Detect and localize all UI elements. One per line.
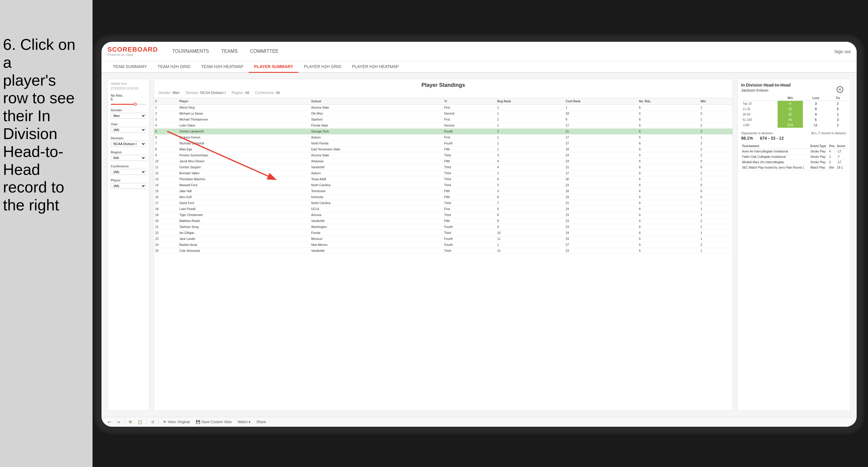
- tournament-row: SEC Match Play hosted by Jerry Pate Roun…: [741, 165, 847, 170]
- table-row[interactable]: 24 Bastien Amat New Mexico Fourth 1 27 6…: [154, 242, 733, 248]
- cell-rds: 6: [638, 164, 700, 170]
- cell-player: Gordon Sargent: [178, 164, 310, 170]
- region-select[interactable]: N/A: [111, 155, 146, 161]
- filter-update-time: Update time: 27/03/2024 16:56:26: [111, 82, 146, 90]
- table-row[interactable]: 7 Nicholas Gabrelcik North Florida Fourt…: [154, 141, 733, 147]
- cell-player: Wenyi Ding: [178, 105, 310, 111]
- share-button[interactable]: Share: [255, 419, 268, 425]
- view-button[interactable]: 👁 View: Original: [161, 419, 192, 425]
- cell-player: Mats Ege: [178, 147, 310, 153]
- cell-rds: 6: [638, 111, 700, 117]
- no-rds-slider[interactable]: [111, 104, 146, 105]
- nav-tournaments[interactable]: TOURNAMENTS: [167, 46, 214, 56]
- tab-team-summary[interactable]: TEAM SUMMARY: [107, 61, 152, 73]
- cell-conf-rank: 27: [564, 141, 638, 147]
- refresh-button[interactable]: ↺: [149, 419, 156, 425]
- table-row[interactable]: 8 Mats Ege East Tennessee State Fifth 1 …: [154, 147, 733, 153]
- table-row[interactable]: 18 Luke Powell UCLA First 6 24 6 1: [154, 206, 733, 212]
- cell-yr: Second: [443, 123, 496, 129]
- cell-rank: 9: [154, 153, 178, 158]
- cell-rds: 6: [638, 158, 700, 164]
- table-row[interactable]: 16 Alex Goff Kentucky Fifth 8 19 6 0: [154, 194, 733, 200]
- tourn-pos: 4: [828, 149, 836, 154]
- nav-committee[interactable]: COMMITTEE: [244, 46, 284, 56]
- h2h-header: In Division Head-to-Head Jackson Koivun …: [741, 83, 847, 93]
- redo-button[interactable]: ↪: [115, 419, 122, 425]
- table-row[interactable]: 3 Michael Thorbjornsen Stanford First 2 …: [154, 117, 733, 123]
- h2h-close-button[interactable]: ✕: [837, 86, 843, 93]
- cell-conf-rank: 17: [564, 123, 638, 129]
- player-select[interactable]: (All): [111, 183, 146, 189]
- table-row[interactable]: 22 Ian Gilligan Florida Third 10 24 6 1: [154, 230, 733, 236]
- table-row[interactable]: 1 Wenyi Ding Arizona State First 1 1 6 1: [154, 105, 733, 111]
- table-row[interactable]: 13 Phichaksn Maichon Texas A&M Third 6 3…: [154, 176, 733, 182]
- cell-player: Tiger Christensen: [178, 212, 310, 218]
- col-rank: #: [154, 98, 178, 105]
- cell-school: New Mexico: [310, 242, 443, 248]
- tab-player-h2h-grid[interactable]: PLAYER H2H GRID: [299, 61, 346, 73]
- cell-conf-rank: 18: [564, 188, 638, 194]
- cell-rds: 6: [638, 123, 700, 129]
- table-scroll-area[interactable]: # Player School Yr Reg Rank Conf Rank No…: [154, 98, 733, 411]
- table-row[interactable]: 20 Matthew Riedel Vanderbilt Fifth 8 23 …: [154, 218, 733, 224]
- cell-win: 0: [700, 182, 733, 188]
- update-time-label: Update time:: [111, 82, 146, 85]
- tab-team-h2h-heatmap[interactable]: TEAM H2H HEATMAP: [196, 61, 249, 73]
- gender-select[interactable]: Men: [111, 113, 146, 119]
- filter-division: Division NCAA Division I: [111, 136, 146, 147]
- view-label: View: Original: [168, 420, 190, 424]
- h2h-row: 51-100 46 6 3: [741, 117, 847, 122]
- table-row[interactable]: 14 Maxwell Ford North Carolina Third 5 2…: [154, 182, 733, 188]
- table-row[interactable]: 5 Christo Lamprecht Georgia Tech Fourth …: [154, 129, 733, 134]
- division-select[interactable]: NCAA Division I: [111, 141, 146, 147]
- cell-school: North Florida: [310, 141, 443, 147]
- col-win: Win: [700, 98, 733, 105]
- table-header: Player Standings Gender: Men Division: N…: [154, 79, 733, 98]
- year-select[interactable]: (All): [111, 127, 146, 133]
- tab-player-h2h-heatmap[interactable]: PLAYER H2H HEATMAP: [346, 61, 404, 73]
- cell-conf-rank: 23: [564, 212, 638, 218]
- nav-teams[interactable]: TEAMS: [216, 46, 243, 56]
- cell-school: Vanderbilt: [310, 218, 443, 224]
- table-row[interactable]: 23 Jack Lundin Missouri Fourth 11 24 6 1: [154, 236, 733, 242]
- table-row[interactable]: 11 Gordon Sargent Vanderbilt Third 4 21 …: [154, 164, 733, 170]
- tourn-pos: 2: [828, 154, 836, 160]
- cell-reg-rank: 4: [496, 164, 564, 170]
- cell-conf-rank: 30: [564, 176, 638, 182]
- paste-button[interactable]: 📋: [136, 419, 144, 425]
- cell-rank: 22: [154, 230, 178, 236]
- cell-win: 2: [700, 153, 733, 158]
- save-custom-view-button[interactable]: 💾 Save Custom View: [194, 419, 234, 425]
- copy-button[interactable]: ⧉: [127, 419, 133, 425]
- table-row[interactable]: 9 Preston Summerhays Arizona State Third…: [154, 153, 733, 158]
- table-row[interactable]: 12 Brendan Valles Auburn Third 1 17 6 1: [154, 170, 733, 176]
- undo-button[interactable]: ↩: [106, 419, 113, 425]
- table-row[interactable]: 6 Jackson Koivun Auburn First 1 17 6 1: [154, 134, 733, 141]
- table-row[interactable]: 10 Jacob Mou-Olesen Arkansas Fifth 4 23 …: [154, 158, 733, 164]
- table-row[interactable]: 4 Luke Claton Florida State Second 1 17 …: [154, 123, 733, 129]
- opponents-row: Opponents in division: W-L-T record in-d…: [741, 131, 847, 135]
- watch-button[interactable]: Watch ▾: [236, 419, 252, 425]
- table-row[interactable]: 21 Taehoon Song Washington Fourth 6 23 6…: [154, 224, 733, 230]
- view-icon: 👁: [163, 420, 166, 424]
- slider-thumb[interactable]: [134, 103, 137, 106]
- sign-out-button[interactable]: Sign out: [834, 49, 851, 54]
- conference-select[interactable]: (All): [111, 169, 146, 175]
- h2h-range: 11-25: [741, 106, 778, 112]
- cell-yr: Third: [443, 212, 496, 218]
- tab-team-h2h-grid[interactable]: TEAM H2H GRID: [152, 61, 196, 73]
- cell-win: 0: [700, 188, 733, 194]
- cell-conf-rank: 21: [564, 129, 638, 134]
- cell-yr: Third: [443, 200, 496, 206]
- cell-yr: Fifth: [443, 194, 496, 200]
- table-row[interactable]: 19 Tiger Christensen Arizona Third 8 23 …: [154, 212, 733, 218]
- table-row[interactable]: 2 Michael La Sasse Ole Miss Second 1 18 …: [154, 111, 733, 117]
- cell-yr: Third: [443, 176, 496, 182]
- h2h-win-val: 20: [778, 106, 803, 112]
- cell-reg-rank: 4: [496, 158, 564, 164]
- tab-player-summary[interactable]: PLAYER SUMMARY: [249, 61, 299, 73]
- cell-rank: 20: [154, 218, 178, 224]
- table-row[interactable]: 25 Cole Sherwood Vanderbilt Third 12 23 …: [154, 248, 733, 254]
- table-row[interactable]: 15 Jake Hall Tennessee Fifth 3 18 6 0: [154, 188, 733, 194]
- table-row[interactable]: 17 David Ford North Carolina Third 7 21 …: [154, 200, 733, 206]
